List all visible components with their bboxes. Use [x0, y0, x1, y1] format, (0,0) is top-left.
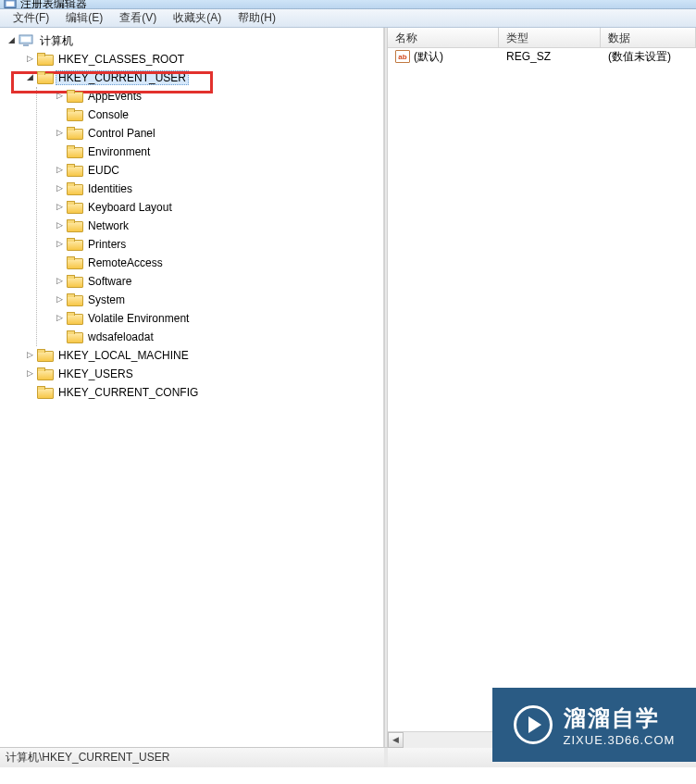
list-body[interactable]: ab (默认) REG_SZ (数值未设置) — [388, 48, 696, 731]
expand-icon[interactable]: ◢ — [6, 35, 17, 46]
tree-label: Environment — [85, 144, 153, 159]
tree-label: HKEY_CLASSES_ROOT — [56, 52, 187, 67]
tree-node-controlpanel[interactable]: ▷ Control Panel — [37, 124, 383, 143]
folder-icon — [67, 145, 81, 158]
folder-icon — [67, 201, 81, 214]
tree-label: Identities — [85, 181, 135, 196]
watermark: 溜溜自学 ZIXUE.3D66.COM — [492, 688, 696, 762]
expand-icon[interactable]: ▷ — [54, 183, 65, 194]
expand-icon[interactable]: ▷ — [54, 313, 65, 324]
expand-icon[interactable]: ▷ — [54, 202, 65, 213]
watermark-brand: 溜溜自学 — [564, 703, 660, 733]
tree-node-volatileenv[interactable]: ▷ Volatile Environment — [37, 309, 383, 328]
folder-icon — [37, 367, 52, 380]
tree-node-software[interactable]: ▷ Software — [37, 272, 383, 291]
menu-bar: 文件(F) 编辑(E) 查看(V) 收藏夹(A) 帮助(H) — [0, 9, 696, 28]
work-area: ◢ 计算机 ▷ HKEY_CLASSES_ROOT ◢ HKEY_CURRENT… — [0, 28, 696, 747]
tree-node-system[interactable]: ▷ System — [37, 291, 383, 309]
tree-label: System — [85, 292, 128, 307]
svg-rect-1 — [6, 1, 15, 6]
tree-label: AppEvents — [85, 89, 144, 104]
folder-icon — [37, 71, 52, 84]
collapse-icon[interactable]: ◢ — [24, 72, 35, 83]
expand-icon[interactable]: ▷ — [54, 128, 65, 139]
tree-node-computer[interactable]: ◢ 计算机 — [0, 31, 383, 50]
tree-node-console[interactable]: ▷ Console — [37, 106, 383, 124]
tree-node-eudc[interactable]: ▷ EUDC — [37, 161, 383, 180]
expand-icon[interactable]: ▷ — [54, 276, 65, 287]
tree-node-keyboardlayout[interactable]: ▷ Keyboard Layout — [37, 198, 383, 217]
list-header: 名称 类型 数据 — [388, 28, 696, 48]
tree-label: Printers — [85, 237, 129, 252]
menu-edit[interactable]: 编辑(E) — [58, 8, 110, 28]
expand-icon[interactable]: ▷ — [24, 54, 35, 65]
registry-tree[interactable]: ◢ 计算机 ▷ HKEY_CLASSES_ROOT ◢ HKEY_CURRENT… — [0, 28, 384, 747]
tree-node-printers[interactable]: ▷ Printers — [37, 235, 383, 254]
tree-label: HKEY_LOCAL_MACHINE — [56, 348, 192, 363]
values-list: 名称 类型 数据 ab (默认) REG_SZ (数值未设置) ◀ ▶ — [388, 28, 696, 747]
folder-icon — [67, 293, 81, 306]
expand-icon[interactable]: ▷ — [24, 368, 35, 380]
column-type[interactable]: 类型 — [499, 28, 601, 47]
expand-icon[interactable]: ▷ — [54, 91, 65, 102]
tree-node-appevents[interactable]: ▷ AppEvents — [37, 87, 383, 106]
status-path: 计算机\HKEY_CURRENT_USER — [6, 750, 169, 765]
menu-view[interactable]: 查看(V) — [112, 8, 164, 28]
list-row[interactable]: ab (默认) REG_SZ (数值未设置) — [388, 48, 696, 65]
tree-label: Network — [85, 218, 131, 233]
tree-node-hkcu[interactable]: ◢ HKEY_CURRENT_USER — [11, 68, 383, 87]
expand-icon[interactable]: ▷ — [54, 239, 65, 250]
expand-icon[interactable]: ▷ — [54, 220, 65, 231]
tree-node-hkcr[interactable]: ▷ HKEY_CLASSES_ROOT — [11, 50, 383, 68]
tree-label: HKEY_CURRENT_CONFIG — [56, 385, 201, 400]
tree-node-hkcc[interactable]: ▷ HKEY_CURRENT_CONFIG — [11, 383, 383, 402]
menu-file[interactable]: 文件(F) — [6, 8, 56, 28]
tree-label: HKEY_USERS — [56, 367, 136, 381]
tree-node-hklm[interactable]: ▷ HKEY_LOCAL_MACHINE — [11, 346, 383, 365]
tree-node-wdsafeloadat[interactable]: ▷ wdsafeloadat — [37, 328, 383, 346]
folder-icon — [67, 312, 81, 325]
svg-rect-4 — [21, 37, 31, 42]
column-name[interactable]: 名称 — [388, 28, 499, 47]
tree-label: Software — [85, 274, 134, 289]
folder-icon — [37, 53, 52, 66]
folder-icon — [67, 164, 81, 177]
tree-label: Control Panel — [85, 126, 158, 141]
folder-icon — [37, 349, 52, 362]
tree-node-hku[interactable]: ▷ HKEY_USERS — [11, 365, 383, 383]
folder-icon — [67, 256, 81, 269]
string-value-icon: ab — [395, 50, 410, 63]
scroll-left-icon[interactable]: ◀ — [388, 732, 404, 748]
computer-icon — [19, 34, 33, 47]
value-type: REG_SZ — [503, 50, 604, 63]
expand-icon[interactable]: ▷ — [24, 350, 35, 361]
folder-icon — [67, 90, 81, 103]
menu-help[interactable]: 帮助(H) — [230, 8, 283, 28]
folder-icon — [67, 238, 81, 251]
tree-node-environment[interactable]: ▷ Environment — [37, 143, 383, 161]
tree-node-network[interactable]: ▷ Network — [37, 217, 383, 235]
tree-label: wdsafeloadat — [85, 330, 156, 344]
folder-icon — [67, 330, 81, 343]
column-data[interactable]: 数据 — [601, 28, 696, 47]
tree-label: EUDC — [85, 163, 122, 178]
tree-label: RemoteAccess — [85, 255, 166, 270]
folder-icon — [67, 127, 81, 140]
value-data: (数值未设置) — [604, 49, 696, 65]
value-name: (默认) — [414, 49, 443, 65]
tree-label: Keyboard Layout — [85, 200, 175, 215]
tree-label: Volatile Environment — [85, 311, 192, 326]
folder-icon — [67, 275, 81, 288]
tree-node-identities[interactable]: ▷ Identities — [37, 180, 383, 198]
folder-icon — [67, 219, 81, 232]
folder-icon — [67, 182, 81, 195]
tree-node-remoteaccess[interactable]: ▷ RemoteAccess — [37, 254, 383, 272]
svg-rect-5 — [23, 44, 29, 46]
play-icon — [514, 705, 553, 744]
menu-favorites[interactable]: 收藏夹(A) — [166, 8, 229, 28]
folder-icon — [67, 108, 81, 121]
tree-label: HKEY_CURRENT_USER — [56, 70, 189, 85]
expand-icon[interactable]: ▷ — [54, 294, 65, 305]
tree-label: 计算机 — [37, 32, 76, 50]
expand-icon[interactable]: ▷ — [54, 165, 65, 176]
